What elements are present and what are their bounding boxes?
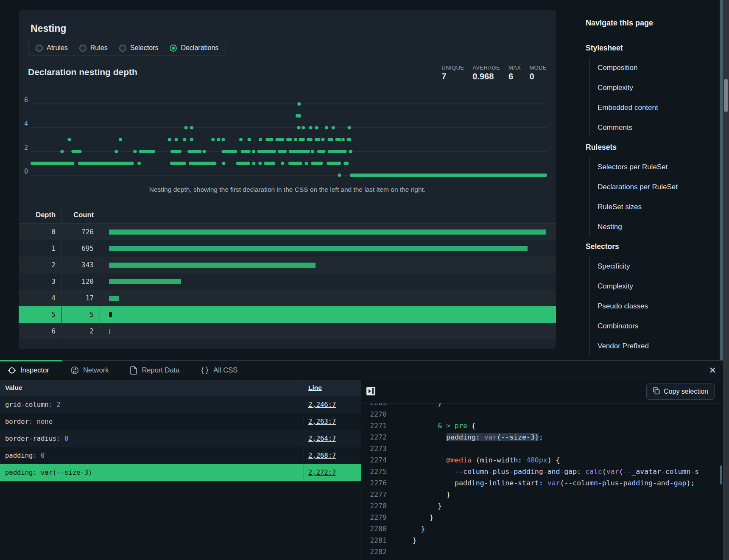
column-divider — [304, 380, 304, 479]
expand-panel-icon[interactable] — [366, 386, 376, 396]
toc-item-declarations-per-ruleset[interactable]: Declarations per RuleSet — [598, 177, 713, 197]
code-token: (--size-3) — [497, 433, 539, 441]
code-line: 2283 &[data-type="likes"] { — [361, 557, 723, 560]
radio-icon[interactable] — [36, 45, 43, 52]
chart-caption: Nesting depth, showing the first declara… — [19, 186, 556, 193]
count-bar — [109, 312, 112, 317]
declaration-row[interactable]: border-radius: 02,264:7 — [0, 430, 361, 447]
toc-item-nesting[interactable]: Nesting — [598, 217, 713, 237]
declaration-row[interactable]: padding: 02,268:7 — [0, 447, 361, 464]
toc-item-composition[interactable]: Composition — [598, 58, 713, 78]
stat-label: AVERAGE — [472, 64, 500, 71]
line-number: 2272 — [361, 431, 387, 443]
radio-icon[interactable] — [119, 45, 126, 52]
radio-icon[interactable] — [79, 45, 87, 52]
code-token: var — [606, 468, 619, 476]
line-number: 2276 — [361, 477, 387, 489]
table-row[interactable]: 62 — [19, 323, 556, 339]
filter-radio-atrules[interactable]: Atrules — [36, 44, 68, 52]
code-scrollbar-thumb[interactable] — [720, 465, 722, 484]
code-token: padding — [446, 433, 476, 441]
stat-label: MODE — [529, 64, 547, 71]
line-number: 2283 — [361, 557, 387, 560]
count-cell: 120 — [62, 273, 100, 290]
line-number: 2275 — [361, 466, 387, 477]
table-row[interactable]: 55 — [19, 306, 556, 323]
tab-inspector[interactable]: Inspector — [0, 361, 60, 380]
css-source-view[interactable]: 2269 }22702271 & > pre {2272 padding: va… — [361, 397, 723, 560]
line-link[interactable]: 2,263:7 — [308, 418, 336, 426]
declaration-value: border: none — [5, 418, 53, 426]
declaration-row[interactable]: border: none2,263:7 — [0, 413, 361, 430]
tab-all-css[interactable]: All CSS — [190, 361, 248, 380]
code-token: ; — [539, 433, 543, 441]
stat-label: UNIQUE — [441, 64, 464, 71]
inspector-table-header: Value Line — [0, 380, 361, 396]
code-token: : — [476, 433, 484, 441]
table-row[interactable]: 0726 — [19, 224, 556, 240]
line-number: 2278 — [361, 500, 387, 512]
tab-report-data[interactable]: Report Data — [119, 361, 190, 380]
stat-mode: MODE0 — [529, 64, 547, 81]
filter-radio-rules[interactable]: Rules — [79, 44, 108, 52]
count-cell: 726 — [62, 224, 100, 240]
table-row[interactable]: 417 — [19, 290, 556, 306]
line-link[interactable]: 2,268:7 — [308, 452, 336, 459]
toc-item-complexity[interactable]: Complexity — [598, 78, 713, 98]
toc-item-selectors-per-ruleset[interactable]: Selectors per RuleSet — [598, 157, 713, 177]
depth-cell: 5 — [19, 306, 62, 323]
depth-count-table: DepthCount07261695234331204175562 — [19, 206, 556, 339]
count-cell: 17 — [62, 290, 100, 306]
filter-label: Rules — [90, 44, 108, 52]
filter-label: Atrules — [47, 44, 68, 52]
toc-item-ruleset-sizes[interactable]: RuleSet sizes — [598, 197, 713, 217]
toc-item-combinators[interactable]: Combinators — [598, 316, 713, 336]
stat-max: MAX6 — [508, 64, 521, 81]
bar-header — [100, 206, 556, 223]
declaration-row[interactable]: grid-column: 22,246:7 — [0, 396, 361, 413]
page-navigation: Navigate this page StylesheetComposition… — [586, 19, 713, 356]
count-cell: 5 — [62, 306, 100, 323]
close-panel-button[interactable]: ✕ — [709, 361, 716, 380]
page-scrollbar-thumb[interactable] — [724, 79, 728, 112]
count-bar — [109, 296, 119, 301]
filter-radio-declarations[interactable]: Declarations — [170, 44, 218, 52]
code-token: } — [438, 502, 442, 510]
toc-section-selectors: Selectors — [586, 237, 713, 256]
line-link[interactable]: 2,272:7 — [308, 469, 336, 476]
code-token: ( — [602, 468, 606, 476]
line-column-header[interactable]: Line — [308, 384, 322, 392]
radio-icon[interactable] — [170, 45, 177, 52]
table-row[interactable]: 3120 — [19, 273, 556, 290]
toc-item-specificity[interactable]: Specificity — [598, 256, 713, 276]
toc-title: Navigate this page — [586, 19, 713, 29]
tab-label: All CSS — [213, 366, 237, 374]
line-link[interactable]: 2,264:7 — [308, 435, 336, 442]
depth-cell: 3 — [19, 273, 62, 290]
line-number: 2274 — [361, 454, 387, 466]
code-token: calc — [585, 468, 602, 476]
code-line: 2278 } — [361, 500, 723, 512]
toc-item-embedded-content[interactable]: Embedded content — [598, 98, 713, 118]
line-link[interactable]: 2,246:7 — [308, 401, 336, 409]
count-cell: 695 — [62, 240, 100, 257]
filter-radio-selectors[interactable]: Selectors — [119, 44, 159, 52]
table-row[interactable]: 1695 — [19, 240, 556, 257]
toc-item-complexity[interactable]: Complexity — [598, 276, 713, 296]
toc-item-vendor-prefixed[interactable]: Vendor Prefixed — [598, 336, 713, 356]
copy-selection-button[interactable]: Copy selection — [646, 384, 715, 400]
tab-network[interactable]: Network — [60, 361, 120, 380]
code-token: & > pre — [438, 422, 467, 430]
crosshair-icon — [8, 366, 16, 375]
code-toolbar: Copy selection — [361, 380, 723, 403]
code-line: 2270 — [361, 409, 723, 420]
stat-average: AVERAGE0.968 — [472, 64, 500, 81]
table-row[interactable]: 2343 — [19, 257, 556, 273]
toc-section-stylesheet: Stylesheet — [586, 38, 713, 58]
toc-item-comments[interactable]: Comments — [598, 118, 713, 137]
declaration-row[interactable]: padding: var(--size-3)2,272:7 — [0, 464, 361, 481]
toc-item-pseudo-classes[interactable]: Pseudo classes — [598, 296, 713, 316]
inspector-pane: Value Line grid-column: 22,246:7border: … — [0, 380, 361, 560]
svg-text:2: 2 — [24, 144, 28, 151]
stat-label: MAX — [508, 64, 521, 71]
